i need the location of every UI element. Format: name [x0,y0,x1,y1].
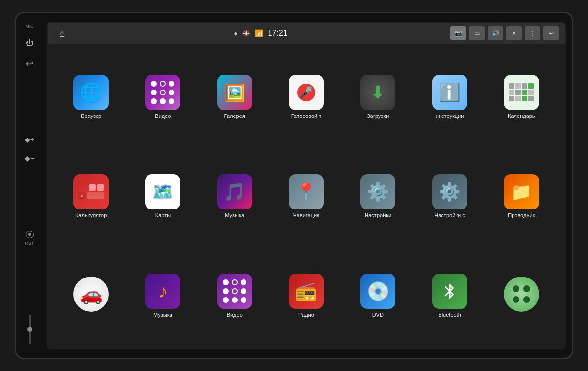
side-slider[interactable] [29,311,31,348]
vol-down-button[interactable]: ◆− [24,153,35,163]
main-screen: ⌂ ♦ 🔇 📶 17:21 📷 ▭ 🔊 ✕ ⋮ ↩ 🌐 [47,22,566,349]
app-video[interactable]: Видео [129,49,196,144]
rst-label: RST [24,229,35,246]
app-instructions[interactable]: ℹ️ инструкции [416,49,483,144]
mute-icon: 🔇 [243,30,250,37]
app-downloads[interactable]: ⬇ Загрузки [344,49,412,144]
back-hw-button[interactable]: ↩ [24,58,35,69]
device-outer: MIC ⏻ ↩ ◆+ ◆− RST [15,12,573,359]
app-bluetooth[interactable]: Bluetooth [416,248,483,344]
mic-label: MIC [25,23,34,29]
window-button[interactable]: ▭ [469,26,485,40]
app-car[interactable]: 🚗 [57,248,125,344]
app-settings[interactable]: ⚙️ Настройки [344,148,412,244]
back-nav-button[interactable]: ↩ [543,26,559,40]
wifi-icon: 📶 [255,29,263,37]
left-controls: MIC ⏻ ↩ ◆+ ◆− RST [16,13,43,358]
app-maps[interactable]: 🗺️ Карты [129,148,196,244]
app-calendar[interactable]: Календарь [488,49,555,144]
screenshot-button[interactable]: 📷 [450,26,466,40]
menu-button[interactable]: ⋮ [525,26,540,40]
app-calculator[interactable]: − = × Калькулятор [57,148,125,244]
app-explorer[interactable]: 📁 Проводник [488,148,555,244]
app-video2[interactable]: Видео [201,248,269,344]
app-browser[interactable]: 🌐 Браузер [57,49,125,144]
status-right-buttons: 📷 ▭ 🔊 ✕ ⋮ ↩ [450,26,559,40]
app-radio[interactable]: 📻 Радио [272,248,340,344]
status-center: ♦ 🔇 📶 17:21 [71,29,450,38]
close-screen-button[interactable]: ✕ [506,26,522,40]
status-bar: ⌂ ♦ 🔇 📶 17:21 📷 ▭ 🔊 ✕ ⋮ ↩ [48,23,565,44]
home-button[interactable]: ⌂ [53,24,71,42]
vol-up-button[interactable]: ◆+ [24,134,35,145]
app-grid: 🌐 Браузер Видео 🖼️ [48,44,565,348]
power-button[interactable]: ⏻ [24,38,35,48]
app-music[interactable]: 🎵 Музыка [201,148,269,244]
volume-button[interactable]: 🔊 [488,26,503,40]
app-voice[interactable]: 🎤 Голосовой п [272,49,340,144]
app-music2[interactable]: ♪ Музыка [129,248,196,344]
gps-icon: ♦ [234,29,237,37]
clock: 17:21 [268,29,288,38]
app-all-apps[interactable] [488,248,555,344]
app-navigation[interactable]: 📍 Навигация [272,148,340,244]
app-gallery[interactable]: 🖼️ Галерея [201,49,269,144]
app-settings2[interactable]: ⚙️ Настройки с [416,148,483,244]
app-dvd[interactable]: 💿 DVD [344,248,412,344]
